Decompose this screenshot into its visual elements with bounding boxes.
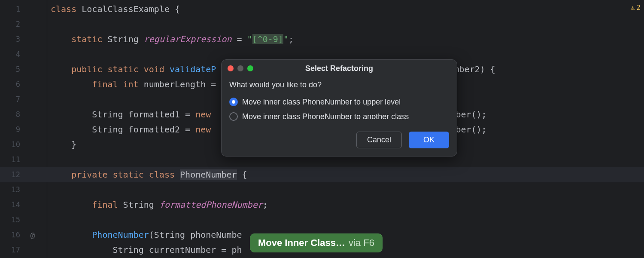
gutter: 1 2 3 4 5 6 7 8 9 10 11 12 13 14 15 16@ … [0,0,47,258]
line-number: 12 [0,167,47,182]
line-number: 11 [0,152,47,167]
hint-action: Move Inner Class… [258,237,345,249]
window-controls [228,65,253,71]
line-number: 2 [0,17,47,32]
dialog-prompt: What would you like to do? [229,80,449,89]
line-number: 5 [0,62,47,77]
minimize-icon[interactable] [237,65,243,71]
line-number: 4 [0,47,47,62]
cancel-button[interactable]: Cancel [356,132,402,148]
radio-label: Move inner class PhoneNumber to upper le… [242,98,401,107]
radio-icon[interactable] [229,98,238,106]
line-number: 14 [0,197,47,212]
line-number: 16@ [0,227,47,243]
line-number: 3 [0,32,47,47]
line-number: 13 [0,182,47,197]
line-number: 17 [0,243,47,258]
line-number: 15 [0,212,47,227]
line-number: 8 [0,107,47,122]
radio-label: Move inner class PhoneNumber to another … [242,112,409,121]
line-number: 1 [0,2,47,17]
line-number: 6 [0,77,47,92]
line-number: 7 [0,92,47,107]
option-move-another-class[interactable]: Move inner class PhoneNumber to another … [229,109,449,124]
warning-icon: ⚠ [631,3,635,12]
refactoring-dialog: Select Refactoring What would you like t… [221,59,457,157]
warning-badge[interactable]: ⚠2 [631,3,641,12]
radio-icon[interactable] [229,112,238,121]
recursive-icon[interactable]: @ [30,227,35,243]
line-number: 9 [0,122,47,137]
dialog-buttons: Cancel OK [222,124,457,156]
close-icon[interactable] [228,65,234,71]
ok-button[interactable]: OK [409,132,449,148]
line-number: 10 [0,137,47,152]
option-move-upper-level[interactable]: Move inner class PhoneNumber to upper le… [229,95,449,109]
warning-count: 2 [636,3,641,12]
dialog-title: Select Refactoring [305,64,373,73]
shortcut-hint: Move Inner Class… via F6 [250,233,383,252]
hint-shortcut: via F6 [349,237,374,249]
maximize-icon[interactable] [247,65,253,71]
dialog-titlebar: Select Refactoring [222,60,457,77]
dialog-body: What would you like to do? Move inner cl… [222,77,457,124]
